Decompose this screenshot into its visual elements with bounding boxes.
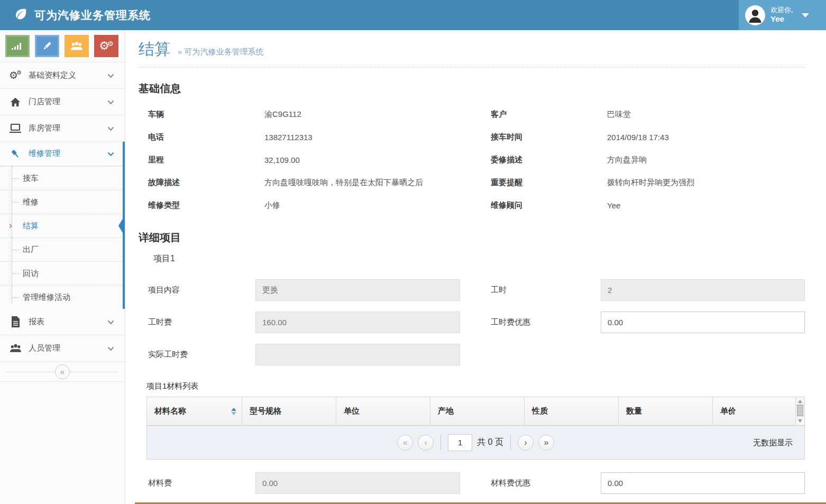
materials-table-header: 材料名称 型号规格 单位 产地 性质 数量 单价	[147, 397, 804, 425]
basic-info-grid: 车辆 渝C9G112 客户 巴味堂 电话 13827112313 接车时间 20…	[148, 103, 805, 217]
basic-info-heading: 基础信息	[139, 81, 805, 96]
users-icon	[70, 40, 84, 52]
bar-chart-tile-button[interactable]	[5, 35, 30, 57]
info-label: 委修描述	[491, 155, 607, 165]
info-value: 方向盘异响	[607, 155, 805, 165]
sidebar-item-warehouse-mgmt[interactable]: 库房管理	[0, 115, 125, 142]
actual-labor-fee-field	[255, 344, 460, 365]
sort-icon[interactable]	[231, 408, 236, 415]
form-row: 实际工时费	[148, 344, 805, 365]
scrollbar-thumb[interactable]	[797, 405, 803, 416]
welcome-text: 欢迎你, Yee	[770, 6, 793, 24]
users-icon	[8, 343, 22, 354]
info-value: 13827112313	[264, 133, 491, 142]
scroll-down-icon[interactable]	[798, 419, 802, 423]
info-value: 2014/09/18 17:43	[607, 133, 805, 142]
material-fee-field	[255, 472, 460, 494]
form-row: 材料费 材料费优惠	[148, 472, 805, 494]
gavel-icon	[8, 148, 22, 160]
column-header-material-name[interactable]: 材料名称	[147, 397, 242, 425]
field-label: 材料费优惠	[491, 478, 601, 488]
chevron-down-icon	[107, 149, 114, 158]
pagination-bar: « ‹ 共 0 页 › » 无数据显示	[146, 425, 805, 460]
avatar	[745, 5, 765, 25]
page-header: 结算 » 可为汽修业务管理系统	[139, 30, 805, 68]
column-header-unit[interactable]: 单位	[336, 397, 430, 425]
sidebar-collapse-row: «	[0, 362, 125, 382]
sidebar-item-repair[interactable]: 维修	[0, 190, 125, 214]
info-value: 32,109.00	[264, 155, 491, 164]
sidebar-collapse-button[interactable]: «	[55, 364, 70, 379]
column-header-quantity[interactable]: 数量	[619, 397, 713, 425]
info-value: 巴味堂	[607, 109, 805, 120]
field-label: 实际工时费	[148, 350, 255, 360]
info-label: 车辆	[148, 109, 264, 120]
column-header-origin[interactable]: 产地	[430, 397, 525, 425]
sidebar-item-settlement[interactable]: › 结算	[0, 214, 125, 237]
divider	[440, 435, 441, 450]
materials-list-title: 项目1材料列表	[146, 381, 805, 391]
chevron-down-icon	[107, 317, 114, 326]
gears-icon: ⚙⚙	[99, 40, 113, 52]
file-icon	[8, 316, 22, 327]
last-page-button[interactable]: »	[538, 435, 554, 451]
divider	[510, 435, 511, 450]
field-label: 项目内容	[148, 285, 255, 295]
column-header-unit-price[interactable]: 单价	[713, 397, 796, 425]
material-discount-field[interactable]	[601, 472, 805, 494]
users-tile-button[interactable]	[65, 35, 89, 57]
info-label: 维修类型	[148, 200, 264, 210]
breadcrumb: » 可为汽修业务管理系统	[178, 47, 264, 57]
info-label: 故障描述	[148, 178, 264, 188]
hours-field	[601, 279, 805, 301]
info-value: 方向盘嘎吱嘎吱响，特别是在太阳下暴晒之后	[264, 178, 491, 188]
column-header-property[interactable]: 性质	[525, 397, 619, 425]
gears-tile-button[interactable]: ⚙⚙	[94, 35, 118, 57]
info-label: 维修顾问	[491, 200, 607, 210]
page-total-label: 共 0 页	[477, 437, 503, 448]
first-page-button[interactable]: «	[397, 435, 413, 451]
username: Yee	[770, 14, 793, 24]
top-bar: 可为汽修业务管理系统 欢迎你, Yee	[0, 0, 826, 30]
table-scrollbar[interactable]	[795, 397, 804, 425]
project-content-field	[255, 279, 460, 301]
pencil-icon	[41, 40, 53, 52]
bar-chart-icon	[11, 41, 24, 51]
sidebar-item-store-mgmt[interactable]: 门店管理	[0, 89, 125, 115]
chevron-down-icon	[107, 124, 114, 133]
sidebar: ⚙⚙ ⚙⚙ 基础资料定义 门店管理 库房管理 维修管理 接车 维修	[0, 30, 125, 504]
labor-discount-field[interactable]	[601, 311, 805, 333]
sidebar-item-receive-car[interactable]: 接车	[0, 166, 125, 190]
sidebar-item-basic-data[interactable]: ⚙⚙ 基础资料定义	[0, 62, 125, 89]
user-menu[interactable]: 欢迎你, Yee	[739, 0, 826, 30]
field-label: 工时费优惠	[491, 317, 601, 327]
sidebar-item-personnel-mgmt[interactable]: 人员管理	[0, 335, 125, 362]
sidebar-item-reports[interactable]: 报表	[0, 309, 125, 335]
chevron-down-icon	[107, 344, 114, 353]
sidebar-item-repair-mgmt[interactable]: 维修管理	[0, 142, 125, 166]
caret-down-icon	[802, 13, 809, 17]
page-number-input[interactable]	[448, 434, 472, 451]
laptop-icon	[8, 123, 22, 134]
sidebar-item-leave-factory[interactable]: 出厂	[0, 237, 125, 261]
field-label: 工时	[491, 285, 601, 295]
form-row: 项目内容 工时	[148, 279, 805, 301]
welcome-prefix: 欢迎你,	[770, 6, 793, 14]
leaf-icon	[14, 7, 28, 23]
labor-fee-field	[255, 311, 460, 333]
next-page-button[interactable]: ›	[518, 435, 534, 451]
info-value: 小修	[264, 200, 491, 210]
brand: 可为汽修业务管理系统	[0, 7, 151, 23]
sidebar-item-manage-repair-activities[interactable]: 管理维修活动	[0, 285, 125, 309]
quick-tiles: ⚙⚙	[0, 30, 125, 62]
scroll-up-icon[interactable]	[798, 400, 802, 403]
column-header-model-spec[interactable]: 型号规格	[242, 397, 336, 425]
prev-page-button[interactable]: ‹	[418, 435, 434, 451]
info-label: 里程	[148, 155, 264, 165]
pencil-tile-button[interactable]	[35, 35, 59, 57]
app-title: 可为汽修业务管理系统	[34, 8, 151, 23]
page-title: 结算	[139, 39, 170, 60]
info-value: 渝C9G112	[264, 109, 491, 120]
repair-mgmt-group: 维修管理 接车 维修 › 结算 出厂 回访 管理维修活动	[0, 142, 125, 309]
sidebar-item-follow-up[interactable]: 回访	[0, 261, 125, 285]
